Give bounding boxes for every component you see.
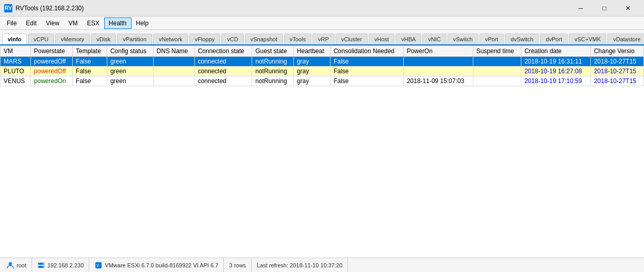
table-row[interactable]: MARSpoweredOffFalsegreenconnectednotRunn… [1,57,644,67]
table-row[interactable]: VENUSpoweredOnFalsegreenconnectednotRunn… [1,76,644,86]
menu-item-health[interactable]: Health [104,18,131,29]
table-cell: 2018-10-27T15 [590,57,643,67]
menu-item-help[interactable]: Help [131,18,154,29]
last-refresh: Last refresh: 2018-11-10 10:37:20 [257,262,342,268]
col-header-heartbeat[interactable]: Heartbeat [293,46,330,57]
table-container[interactable]: VMPowerstateTemplateConfig statusDNS Nam… [0,45,644,258]
table-cell: 2018-10-27T15 [590,76,643,86]
tab-vswitch[interactable]: vSwitch [448,34,478,44]
table-row[interactable]: PLUTOpoweredOffFalsegreenconnectednotRun… [1,67,644,76]
title-controls: ─ □ ✕ [569,3,640,13]
maximize-button[interactable]: □ [592,3,616,13]
vm-table: VMPowerstateTemplateConfig statusDNS Nam… [0,45,644,86]
table-cell: PLUTO [1,67,31,76]
tab-vsnapshot[interactable]: vSnapshot [245,34,283,44]
col-header-dns-name[interactable]: DNS Name [153,46,194,57]
tab-dvport[interactable]: dvPort [540,34,568,44]
menu-item-esx[interactable]: ESX [82,18,104,29]
tab-vtools[interactable]: vTools [284,34,311,44]
table-cell [153,76,194,86]
menu-item-edit[interactable]: Edit [21,18,41,29]
col-header-vm[interactable]: VM [1,46,31,57]
col-header-change-versio[interactable]: Change Versio [590,46,643,57]
user-name: root [16,262,26,268]
tab-vpartition[interactable]: vPartition [117,34,152,44]
main-content: VMPowerstateTemplateConfig statusDNS Nam… [0,45,644,258]
tab-bar: vInfovCPUvMemoryvDiskvPartitionvNetworkv… [0,30,644,45]
tab-vhba[interactable]: vHBA [395,34,421,44]
tab-vdatastore[interactable]: vDatastore [607,34,644,44]
table-cell: False [330,76,403,86]
minimize-button[interactable]: ─ [569,3,592,13]
tab-vhost[interactable]: vHost [369,34,394,44]
table-cell: green [107,57,153,67]
menu-item-view[interactable]: View [41,18,64,29]
col-header-powerstate[interactable]: Powerstate [30,46,72,57]
table-cell [473,76,521,86]
table-cell: notRunning [252,57,294,67]
col-header-guest-state[interactable]: Guest state [252,46,294,57]
table-cell: False [73,57,107,67]
app-icon: RV [4,4,12,12]
user-icon [6,261,14,269]
tab-vport[interactable]: vPort [480,34,504,44]
tab-dvswitch[interactable]: dvSwitch [505,34,539,44]
table-cell: 2018-10-19 17:10:59 [521,76,591,86]
table-cell: gray [293,76,330,86]
col-header-suspend-time[interactable]: Suspend time [473,46,521,57]
table-cell: False [330,57,403,67]
tab-vnetwork[interactable]: vNetwork [153,34,188,44]
table-cell: MARS [1,57,31,67]
svg-point-0 [9,262,12,265]
table-cell [473,67,521,76]
col-header-template[interactable]: Template [73,46,107,57]
table-cell: VENUS [1,76,31,86]
menu-item-file[interactable]: File [2,18,21,29]
svg-point-4 [43,266,44,267]
tab-vdisk[interactable]: vDisk [91,34,116,44]
table-cell [403,67,473,76]
esxi-icon: V [94,261,103,269]
status-bar: root 192.168.2.230 V VMware ESXi 6.7.0 b… [0,258,644,272]
tab-vcpu[interactable]: vCPU [28,34,54,44]
status-user: root [4,258,32,272]
build-info: VMware ESXi 6.7.0 build-8169922 VI API 6… [105,262,218,268]
tab-vcluster[interactable]: vCluster [336,34,368,44]
tab-vinfo[interactable]: vInfo [2,34,27,45]
table-cell: connected [194,57,252,67]
tab-vmemory[interactable]: vMemory [55,34,90,44]
table-cell: green [107,76,153,86]
col-header-consolidation-needed[interactable]: Consolidation Needed [330,46,403,57]
col-header-config-status[interactable]: Config status [107,46,153,57]
table-cell: 2018-11-09 15:07:03 [403,76,473,86]
tab-vnic[interactable]: vNIC [422,34,446,44]
col-header-poweron[interactable]: PowerOn [403,46,473,57]
status-server: 192.168.2.230 [32,258,89,272]
table-cell: False [330,67,403,76]
table-cell: gray [293,67,330,76]
table-cell: poweredOn [30,76,72,86]
table-cell: 2018-10-27T15 [590,67,643,76]
title-bar: RV RVTools (192.168.2.230) ─ □ ✕ [0,0,644,17]
table-cell: poweredOff [30,67,72,76]
table-cell: notRunning [252,67,294,76]
row-count: 3 rows [229,262,245,268]
table-cell: gray [293,57,330,67]
tab-vsc+vmk[interactable]: vSC+VMK [569,34,606,44]
status-refresh: Last refresh: 2018-11-10 10:37:20 [252,258,348,272]
status-rows: 3 rows [224,258,251,272]
svg-point-3 [43,263,44,264]
table-cell: False [73,67,107,76]
status-build: V VMware ESXi 6.7.0 build-8169922 VI API… [89,258,224,272]
col-header-connection-state[interactable]: Connection state [194,46,252,57]
table-cell [153,57,194,67]
title-left: RV RVTools (192.168.2.230) [4,4,84,12]
table-cell [473,57,521,67]
tab-vrp[interactable]: vRP [312,34,335,44]
tab-vfloppy[interactable]: vFloppy [189,34,221,44]
menu-item-vm[interactable]: VM [64,18,82,29]
close-button[interactable]: ✕ [616,3,640,13]
col-header-creation-date[interactable]: Creation date [521,46,591,57]
tab-vcd[interactable]: vCD [221,34,243,44]
table-cell [403,57,473,67]
